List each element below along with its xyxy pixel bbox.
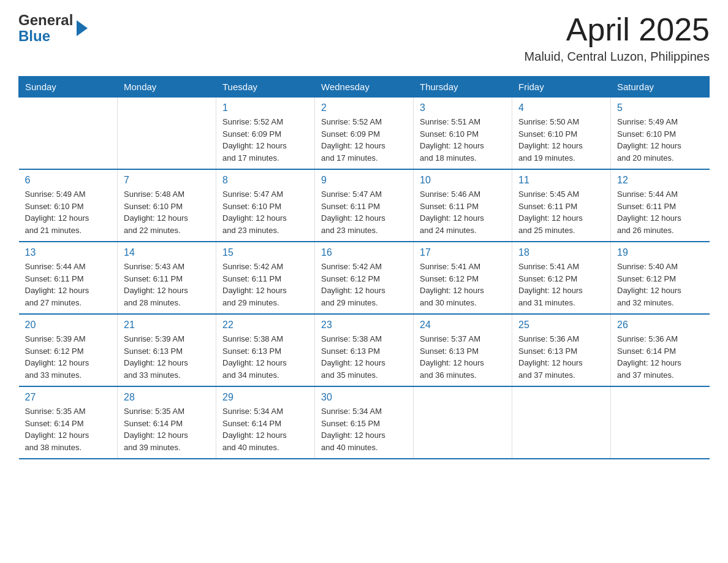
day-info: Sunrise: 5:49 AM Sunset: 6:10 PM Dayligh…: [617, 116, 703, 164]
day-info: Sunrise: 5:38 AM Sunset: 6:13 PM Dayligh…: [222, 333, 308, 381]
calendar-cell: 26Sunrise: 5:36 AM Sunset: 6:14 PM Dayli…: [611, 314, 710, 386]
calendar-cell: 18Sunrise: 5:41 AM Sunset: 6:12 PM Dayli…: [512, 242, 611, 314]
calendar-cell: 6Sunrise: 5:49 AM Sunset: 6:10 PM Daylig…: [19, 169, 118, 242]
day-number: 26: [617, 320, 703, 331]
day-info: Sunrise: 5:52 AM Sunset: 6:09 PM Dayligh…: [321, 116, 407, 164]
day-number: 4: [518, 102, 604, 113]
calendar-cell: 7Sunrise: 5:48 AM Sunset: 6:10 PM Daylig…: [118, 169, 216, 242]
calendar-week-1: 1Sunrise: 5:52 AM Sunset: 6:09 PM Daylig…: [19, 98, 710, 170]
day-info: Sunrise: 5:49 AM Sunset: 6:10 PM Dayligh…: [25, 188, 112, 236]
day-of-week-wednesday: Wednesday: [315, 77, 414, 98]
day-info: Sunrise: 5:39 AM Sunset: 6:13 PM Dayligh…: [124, 333, 210, 381]
calendar-cell: 23Sunrise: 5:38 AM Sunset: 6:13 PM Dayli…: [315, 314, 414, 386]
day-of-week-monday: Monday: [118, 77, 216, 98]
day-info: Sunrise: 5:44 AM Sunset: 6:11 PM Dayligh…: [617, 188, 703, 236]
day-number: 22: [222, 320, 308, 331]
calendar-cell: 1Sunrise: 5:52 AM Sunset: 6:09 PM Daylig…: [216, 98, 315, 170]
day-of-week-sunday: Sunday: [19, 77, 118, 98]
calendar-cell: 5Sunrise: 5:49 AM Sunset: 6:10 PM Daylig…: [611, 98, 710, 170]
svg-marker-0: [77, 20, 88, 36]
calendar-cell: 13Sunrise: 5:44 AM Sunset: 6:11 PM Dayli…: [19, 242, 118, 314]
day-number: 15: [222, 247, 308, 258]
day-number: 24: [420, 320, 506, 331]
day-info: Sunrise: 5:35 AM Sunset: 6:14 PM Dayligh…: [124, 405, 210, 453]
calendar-cell: [512, 386, 611, 459]
day-info: Sunrise: 5:41 AM Sunset: 6:12 PM Dayligh…: [420, 261, 506, 308]
day-number: 3: [420, 102, 506, 113]
day-info: Sunrise: 5:40 AM Sunset: 6:12 PM Dayligh…: [617, 261, 703, 308]
day-info: Sunrise: 5:47 AM Sunset: 6:10 PM Dayligh…: [222, 188, 308, 236]
calendar-body: 1Sunrise: 5:52 AM Sunset: 6:09 PM Daylig…: [19, 98, 710, 459]
day-number: 16: [321, 247, 407, 258]
calendar-cell: 16Sunrise: 5:42 AM Sunset: 6:12 PM Dayli…: [315, 242, 414, 314]
calendar-subtitle: Maluid, Central Luzon, Philippines: [525, 50, 710, 64]
logo-triangle-icon: [77, 20, 88, 39]
calendar-cell: 3Sunrise: 5:51 AM Sunset: 6:10 PM Daylig…: [414, 98, 512, 170]
calendar-cell: [611, 386, 710, 459]
calendar-cell: 28Sunrise: 5:35 AM Sunset: 6:14 PM Dayli…: [118, 386, 216, 459]
day-info: Sunrise: 5:47 AM Sunset: 6:11 PM Dayligh…: [321, 188, 407, 236]
day-number: 11: [518, 175, 604, 186]
calendar-cell: 4Sunrise: 5:50 AM Sunset: 6:10 PM Daylig…: [512, 98, 611, 170]
day-info: Sunrise: 5:48 AM Sunset: 6:10 PM Dayligh…: [124, 188, 210, 236]
calendar-cell: 17Sunrise: 5:41 AM Sunset: 6:12 PM Dayli…: [414, 242, 512, 314]
calendar-cell: 29Sunrise: 5:34 AM Sunset: 6:14 PM Dayli…: [216, 386, 315, 459]
day-info: Sunrise: 5:37 AM Sunset: 6:13 PM Dayligh…: [420, 333, 506, 381]
day-info: Sunrise: 5:36 AM Sunset: 6:14 PM Dayligh…: [617, 333, 703, 381]
calendar-cell: 20Sunrise: 5:39 AM Sunset: 6:12 PM Dayli…: [19, 314, 118, 386]
calendar-cell: 12Sunrise: 5:44 AM Sunset: 6:11 PM Dayli…: [611, 169, 710, 242]
day-of-week-friday: Friday: [512, 77, 611, 98]
calendar-cell: 22Sunrise: 5:38 AM Sunset: 6:13 PM Dayli…: [216, 314, 315, 386]
calendar-week-4: 20Sunrise: 5:39 AM Sunset: 6:12 PM Dayli…: [19, 314, 710, 386]
day-info: Sunrise: 5:39 AM Sunset: 6:12 PM Dayligh…: [25, 333, 112, 381]
page-header: General Blue April 2025 Maluid, Central …: [18, 12, 710, 64]
day-number: 19: [617, 247, 703, 258]
calendar-cell: 19Sunrise: 5:40 AM Sunset: 6:12 PM Dayli…: [611, 242, 710, 314]
day-number: 1: [222, 102, 308, 113]
day-info: Sunrise: 5:41 AM Sunset: 6:12 PM Dayligh…: [518, 261, 604, 308]
day-number: 30: [321, 392, 407, 403]
day-info: Sunrise: 5:35 AM Sunset: 6:14 PM Dayligh…: [25, 405, 112, 453]
day-number: 17: [420, 247, 506, 258]
day-number: 10: [420, 175, 506, 186]
day-info: Sunrise: 5:44 AM Sunset: 6:11 PM Dayligh…: [25, 261, 112, 308]
day-info: Sunrise: 5:43 AM Sunset: 6:11 PM Dayligh…: [124, 261, 210, 308]
calendar-cell: [414, 386, 512, 459]
day-info: Sunrise: 5:34 AM Sunset: 6:15 PM Dayligh…: [321, 405, 407, 453]
day-number: 25: [518, 320, 604, 331]
day-number: 7: [124, 175, 210, 186]
title-block: April 2025 Maluid, Central Luzon, Philip…: [525, 12, 710, 64]
calendar-cell: 11Sunrise: 5:45 AM Sunset: 6:11 PM Dayli…: [512, 169, 611, 242]
days-of-week-row: SundayMondayTuesdayWednesdayThursdayFrid…: [19, 77, 710, 98]
day-info: Sunrise: 5:45 AM Sunset: 6:11 PM Dayligh…: [518, 188, 604, 236]
calendar-cell: [19, 98, 118, 170]
calendar-cell: 27Sunrise: 5:35 AM Sunset: 6:14 PM Dayli…: [19, 386, 118, 459]
day-info: Sunrise: 5:34 AM Sunset: 6:14 PM Dayligh…: [222, 405, 308, 453]
calendar-cell: 25Sunrise: 5:36 AM Sunset: 6:13 PM Dayli…: [512, 314, 611, 386]
calendar-cell: 9Sunrise: 5:47 AM Sunset: 6:11 PM Daylig…: [315, 169, 414, 242]
logo-blue-text: Blue: [18, 28, 73, 44]
calendar-week-2: 6Sunrise: 5:49 AM Sunset: 6:10 PM Daylig…: [19, 169, 710, 242]
day-number: 21: [124, 320, 210, 331]
day-number: 27: [25, 392, 112, 403]
day-number: 18: [518, 247, 604, 258]
calendar-cell: 24Sunrise: 5:37 AM Sunset: 6:13 PM Dayli…: [414, 314, 512, 386]
day-of-week-thursday: Thursday: [414, 77, 512, 98]
day-info: Sunrise: 5:50 AM Sunset: 6:10 PM Dayligh…: [518, 116, 604, 164]
calendar-cell: 15Sunrise: 5:42 AM Sunset: 6:11 PM Dayli…: [216, 242, 315, 314]
day-info: Sunrise: 5:36 AM Sunset: 6:13 PM Dayligh…: [518, 333, 604, 381]
calendar-header: SundayMondayTuesdayWednesdayThursdayFrid…: [19, 77, 710, 98]
day-number: 9: [321, 175, 407, 186]
day-number: 23: [321, 320, 407, 331]
day-of-week-saturday: Saturday: [611, 77, 710, 98]
day-info: Sunrise: 5:38 AM Sunset: 6:13 PM Dayligh…: [321, 333, 407, 381]
calendar-cell: 30Sunrise: 5:34 AM Sunset: 6:15 PM Dayli…: [315, 386, 414, 459]
day-number: 8: [222, 175, 308, 186]
day-number: 29: [222, 392, 308, 403]
calendar-week-3: 13Sunrise: 5:44 AM Sunset: 6:11 PM Dayli…: [19, 242, 710, 314]
logo-general-text: General: [18, 12, 73, 28]
day-info: Sunrise: 5:52 AM Sunset: 6:09 PM Dayligh…: [222, 116, 308, 164]
calendar-week-5: 27Sunrise: 5:35 AM Sunset: 6:14 PM Dayli…: [19, 386, 710, 459]
day-info: Sunrise: 5:46 AM Sunset: 6:11 PM Dayligh…: [420, 188, 506, 236]
calendar-cell: 21Sunrise: 5:39 AM Sunset: 6:13 PM Dayli…: [118, 314, 216, 386]
